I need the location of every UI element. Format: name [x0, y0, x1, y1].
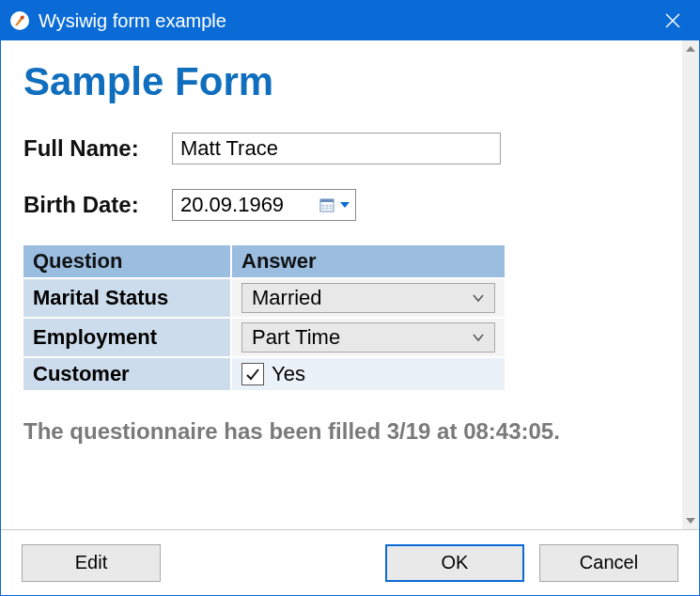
check-icon — [245, 367, 260, 382]
answer-cell: Married — [231, 278, 505, 318]
answer-cell: Yes — [231, 357, 505, 390]
chevron-down-icon — [472, 331, 485, 344]
page-title: Sample Form — [23, 59, 663, 104]
vertical-scrollbar[interactable] — [682, 40, 699, 529]
status-text: The questionnaire has been filled 3/19 a… — [23, 418, 663, 445]
calendar-icon — [319, 197, 334, 212]
full-name-label: Full Name: — [23, 135, 172, 162]
marital-status-select[interactable]: Married — [241, 283, 495, 313]
birth-date-value: 20.09.1969 — [180, 193, 319, 217]
question-cell: Employment — [23, 318, 231, 357]
select-value: Married — [252, 286, 472, 310]
answer-cell: Part Time — [231, 318, 505, 357]
button-label: Edit — [75, 552, 107, 573]
scroll-down-icon — [686, 518, 695, 524]
scroll-up-icon — [686, 46, 695, 52]
customer-checkbox-wrap: Yes — [241, 362, 495, 386]
row-birth-date: Birth Date: 20.09.1969 — [23, 189, 663, 221]
client-area: Sample Form Full Name: Birth Date: 20.09… — [1, 40, 699, 529]
svg-point-0 — [21, 15, 24, 19]
edit-button[interactable]: Edit — [22, 544, 161, 582]
table-row: Customer Yes — [23, 357, 505, 390]
content-area: Sample Form Full Name: Birth Date: 20.09… — [1, 40, 682, 529]
question-cell: Marital Status — [23, 278, 231, 318]
window-frame: Wysiwig form example Sample Form Full Na… — [0, 0, 700, 596]
app-icon — [10, 11, 29, 30]
customer-checkbox-label: Yes — [272, 362, 305, 386]
question-cell: Customer — [23, 357, 231, 390]
button-label: OK — [442, 552, 469, 573]
chevron-down-icon — [472, 291, 485, 305]
birth-date-label: Birth Date: — [23, 192, 172, 218]
employment-select[interactable]: Part Time — [241, 322, 495, 353]
birth-date-picker[interactable]: 20.09.1969 — [172, 189, 356, 221]
customer-checkbox[interactable] — [241, 363, 264, 385]
close-button[interactable] — [652, 4, 693, 38]
button-bar: Edit OK Cancel — [1, 529, 699, 595]
close-icon — [665, 13, 680, 28]
chevron-down-icon — [340, 202, 350, 208]
table-row: Marital Status Married — [23, 278, 505, 318]
table-header-row: Question Answer — [23, 245, 505, 278]
button-label: Cancel — [580, 552, 638, 573]
window-title: Wysiwig form example — [39, 10, 652, 32]
cancel-button[interactable]: Cancel — [539, 544, 678, 582]
header-question: Question — [23, 245, 231, 278]
ok-button[interactable]: OK — [385, 544, 524, 582]
svg-rect-4 — [320, 199, 334, 202]
question-answer-table: Question Answer Marital Status Married — [23, 245, 505, 390]
table-row: Employment Part Time — [23, 318, 505, 357]
select-value: Part Time — [252, 325, 472, 350]
full-name-input[interactable] — [172, 133, 501, 165]
title-bar: Wysiwig form example — [1, 1, 699, 40]
row-full-name: Full Name: — [23, 133, 663, 165]
header-answer: Answer — [231, 245, 505, 278]
